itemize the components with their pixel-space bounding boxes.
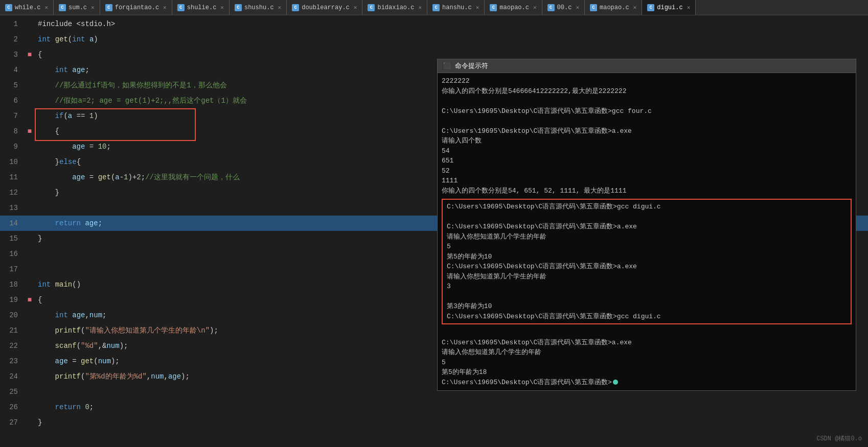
tab-close-forqiantao[interactable]: ✕ <box>163 4 167 11</box>
tab-maopao2[interactable]: C maopao.c ✕ <box>585 0 642 15</box>
t-rb-7: C:\Users\19695\Desktop\C语言源代码\第五章函数>a.ex… <box>447 262 847 272</box>
tab-shulie[interactable]: C shulie.c ✕ <box>172 0 230 15</box>
tab-icon-forqiantao: C <box>105 4 112 11</box>
tab-close-maopao2[interactable]: ✕ <box>633 4 637 11</box>
tab-close-00[interactable]: ✕ <box>576 4 579 11</box>
t-rb-8: 请输入你想知道第几个学生的年龄 <box>447 272 847 282</box>
tab-sum[interactable]: C sum.c ✕ <box>54 0 100 15</box>
t-rb-12: C:\Users\19695\Desktop\C语言源代码\第五章函数>gcc … <box>447 312 847 322</box>
t-line-2: 你输入的四个数分别是546666412222222,最大的是2222222 <box>442 86 852 97</box>
terminal-window[interactable]: ⬛ 命令提示符 2222222 你输入的四个数分别是54666641222222… <box>437 59 856 391</box>
t-rb-5: 5 <box>447 242 847 252</box>
t-rb-9: 3 <box>447 281 847 292</box>
tab-icon-shulie: C <box>177 4 185 11</box>
tab-00[interactable]: C 00.c ✕ <box>542 0 585 15</box>
tab-close-shulie[interactable]: ✕ <box>220 4 224 11</box>
tab-close-sum[interactable]: ✕ <box>91 4 95 11</box>
terminal-title: 命令提示符 <box>455 61 488 70</box>
terminal-icon: ⬛ <box>443 62 451 70</box>
tab-icon-hanshu: C <box>432 4 440 11</box>
tab-icon-doublearray: C <box>292 4 299 11</box>
tab-doublearray[interactable]: C doublearray.c ✕ <box>287 0 362 15</box>
tab-icon-00: C <box>547 4 555 11</box>
tab-icon-shushu: C <box>235 4 242 11</box>
tab-close-shushu[interactable]: ✕ <box>278 4 282 11</box>
t-rb-11: 第3的年龄为10 <box>447 301 847 312</box>
terminal-red-box: C:\Users\19695\Desktop\C语言源代码\第五章函数>gcc … <box>442 199 852 324</box>
t-line-10: 52 <box>442 166 852 176</box>
tab-icon-bidaxiao: C <box>368 4 375 11</box>
tab-close-digui[interactable]: ✕ <box>687 4 691 11</box>
t-line-6: C:\Users\19695\Desktop\C语言源代码\第五章函数>a.ex… <box>442 126 852 136</box>
tab-close-bidaxiao[interactable]: ✕ <box>418 4 422 11</box>
code-line-26: 26 return 0; <box>0 399 868 415</box>
tab-icon-while: C <box>5 4 12 11</box>
t-line-8: 54 <box>442 146 852 156</box>
t-rb-3: C:\Users\19695\Desktop\C语言源代码\第五章函数>a.ex… <box>447 222 847 232</box>
t-line-9: 651 <box>442 156 852 166</box>
tab-close-hanshu[interactable]: ✕ <box>476 4 479 11</box>
terminal-title-bar: ⬛ 命令提示符 <box>438 59 856 73</box>
watermark: CSDN @橘猫0.o <box>816 434 862 443</box>
tab-icon-maopao1: C <box>490 4 497 11</box>
t-bot-4: 5 <box>442 358 852 368</box>
t-rb-4: 请输入你想知道第几个学生的年龄 <box>447 232 847 242</box>
t-line-7: 请输入四个数 <box>442 136 852 146</box>
tab-icon-maopao2: C <box>590 4 597 11</box>
t-bot-5: 第5的年龄为18 <box>442 367 852 378</box>
t-bot-2: C:\Users\19695\Desktop\C语言源代码\第五章函数>a.ex… <box>442 338 852 348</box>
code-editor[interactable]: 1 #include <stdio.h> 2 int get(int a) 3 … <box>0 15 868 447</box>
t-line-3 <box>442 96 852 106</box>
tab-while[interactable]: C while.c ✕ <box>0 0 54 15</box>
terminal-body: 2222222 你输入的四个数分别是546666412222222,最大的是22… <box>438 73 856 390</box>
tab-digui[interactable]: C digui.c ✕ <box>642 0 696 15</box>
t-rb-6: 第5的年龄为10 <box>447 252 847 262</box>
tab-close-doublearray[interactable]: ✕ <box>354 4 357 11</box>
t-rb-10 <box>447 292 847 302</box>
t-line-11: 1111 <box>442 176 852 186</box>
tab-maopao1[interactable]: C maopao.c ✕ <box>485 0 542 15</box>
tab-icon-sum: C <box>59 4 66 11</box>
t-line-4: C:\Users\19695\Desktop\C语言源代码\第五章函数>gcc … <box>442 106 852 116</box>
t-bot-1 <box>442 327 852 338</box>
main-area: 1 #include <stdio.h> 2 int get(int a) 3 … <box>0 15 868 447</box>
t-bot-6: C:\Users\19695\Desktop\C语言源代码\第五章函数> <box>442 378 852 388</box>
tab-bar: C while.c ✕ C sum.c ✕ C forqiantao.c ✕ C… <box>0 0 868 15</box>
tab-hanshu[interactable]: C hanshu.c ✕ <box>427 0 485 15</box>
t-line-12: 你输入的四个数分别是54, 651, 52, 1111, 最大的是1111 <box>442 186 852 196</box>
code-line-1: 1 #include <stdio.h> <box>0 16 868 32</box>
tab-shushu[interactable]: C shushu.c ✕ <box>230 0 287 15</box>
t-bot-3: 请输入你想知道第几个学生的年龄 <box>442 347 852 358</box>
tab-bidaxiao[interactable]: C bidaxiao.c ✕ <box>362 0 427 15</box>
t-line-1: 2222222 <box>442 76 852 86</box>
code-line-27: 27 } <box>0 415 868 430</box>
tab-close-while[interactable]: ✕ <box>44 4 48 11</box>
code-line-2: 2 int get(int a) <box>0 32 868 47</box>
tab-icon-digui: C <box>647 4 654 11</box>
tab-close-maopao1[interactable]: ✕ <box>533 4 537 11</box>
t-rb-1: C:\Users\19695\Desktop\C语言源代码\第五章函数>gcc … <box>447 202 847 212</box>
t-rb-2 <box>447 212 847 222</box>
t-line-5 <box>442 116 852 126</box>
tab-forqiantao[interactable]: C forqiantao.c ✕ <box>100 0 172 15</box>
